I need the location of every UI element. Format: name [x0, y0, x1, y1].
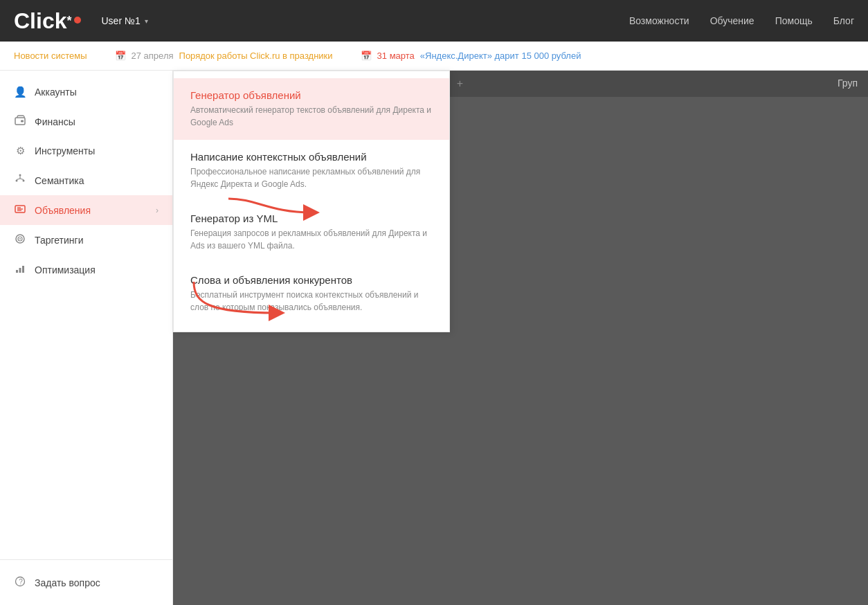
dropdown-item-generator[interactable]: Генератор объявлений Автоматический гене…	[174, 78, 449, 140]
dropdown-desc-3: Бесплатный инструмент поиска контекстных…	[190, 289, 433, 314]
news-label: Новости системы	[14, 51, 87, 61]
question-icon: ?	[14, 576, 26, 589]
news-bar: Новости системы 📅 27 апреля Порядок рабо…	[0, 42, 868, 71]
sidebar-label-tools: Инструменты	[35, 145, 95, 156]
group-label: Груп	[838, 78, 858, 89]
logo-dot	[74, 17, 81, 24]
svg-rect-1	[21, 120, 24, 123]
sidebar-item-semantics[interactable]: Семантика	[0, 165, 172, 195]
sidebar-label-optimization: Оптимизация	[35, 264, 96, 276]
svg-rect-15	[16, 270, 18, 273]
svg-point-4	[23, 180, 25, 182]
sidebar-label-accounts: Аккаунты	[35, 87, 77, 98]
target-icon	[14, 233, 26, 246]
sidebar: 👤 Аккаунты Финансы ⚙ Инструменты	[0, 71, 173, 605]
svg-line-7	[20, 179, 24, 180]
calendar-icon-0: 📅	[115, 51, 126, 61]
dropdown-title-2: Генератор из YML	[190, 213, 433, 224]
sidebar-item-tools[interactable]: ⚙ Инструменты	[0, 136, 172, 165]
gear-icon: ⚙	[14, 145, 26, 157]
svg-line-6	[17, 179, 20, 180]
dropdown-title-0: Генератор объявлений	[190, 89, 433, 101]
sidebar-item-ask-question[interactable]: ? Задать вопрос	[14, 570, 159, 595]
top-nav: Click* User №1 ▾ Возможности Обучение По…	[0, 0, 868, 42]
svg-point-2	[19, 174, 21, 177]
dropdown-desc-0: Автоматический генератор текстов объявле…	[190, 104, 433, 129]
nav-right: Возможности Обучение Помощь Блог	[629, 15, 854, 26]
news-date-0: 27 апреля	[132, 51, 174, 61]
chart-icon	[14, 263, 26, 276]
nav-vozmozhnosti[interactable]: Возможности	[629, 15, 689, 26]
tree-icon	[14, 174, 26, 187]
logo[interactable]: Click*	[14, 8, 81, 34]
dropdown-item-writing[interactable]: Написание контекстных объявлений Професс…	[174, 140, 449, 201]
news-date-1: 31 марта	[377, 51, 415, 61]
dropdown-title-3: Слова и объявления конкурентов	[190, 274, 433, 286]
dropdown-item-competitors[interactable]: Слова и объявления конкурентов Бесплатны…	[174, 263, 449, 325]
logo-text: Click	[14, 8, 66, 34]
nav-pomoshch[interactable]: Помощь	[775, 15, 813, 26]
user-menu[interactable]: User №1 ▾	[102, 15, 148, 26]
news-item-0: 📅 27 апреля Порядок работы Click.ru в пр…	[115, 51, 333, 61]
sidebar-item-optimization[interactable]: Оптимизация	[0, 255, 172, 285]
dropdown-panel: Генератор объявлений Автоматический гене…	[173, 71, 450, 332]
nav-blog[interactable]: Блог	[833, 15, 854, 26]
news-link-1[interactable]: «Яндекс.Директ» дарит 15 000 рублей	[420, 51, 581, 61]
news-link-0[interactable]: Порядок работы Click.ru в праздники	[179, 51, 333, 61]
svg-rect-16	[19, 268, 21, 273]
dropdown-desc-1: Профессиональное написание рекламных объ…	[190, 165, 433, 190]
svg-rect-17	[22, 266, 24, 273]
news-item-1: 📅 31 марта «Яндекс.Директ» дарит 15 000 …	[361, 51, 581, 61]
sidebar-item-accounts[interactable]: 👤 Аккаунты	[0, 78, 172, 107]
sidebar-item-ads[interactable]: Объявления ›	[0, 195, 172, 225]
wallet-icon	[14, 115, 26, 128]
svg-text:?: ?	[19, 578, 23, 586]
nav-obuchenie[interactable]: Обучение	[710, 15, 754, 26]
dropdown-desc-2: Генерация запросов и рекламных объявлени…	[190, 227, 433, 252]
sidebar-item-finances[interactable]: Финансы	[0, 107, 172, 136]
svg-point-3	[16, 180, 18, 182]
user-label: User №1	[102, 15, 141, 26]
sidebar-label-finances: Финансы	[35, 116, 75, 127]
chevron-right-icon: ›	[156, 206, 159, 215]
person-icon: 👤	[14, 86, 26, 98]
sidebar-label-semantics: Семантика	[35, 175, 84, 186]
dropdown-title-1: Написание контекстных объявлений	[190, 151, 433, 163]
calendar-icon-1: 📅	[361, 51, 372, 61]
dropdown-item-yml[interactable]: Генератор из YML Генерация запросов и ре…	[174, 201, 449, 263]
svg-point-14	[19, 238, 21, 240]
user-chevron-down-icon: ▾	[145, 17, 148, 25]
sidebar-item-targetings[interactable]: Таргетинги	[0, 225, 172, 255]
add-tab-button[interactable]: +	[457, 78, 463, 90]
logo-asterisk: *	[66, 14, 71, 28]
ad-icon	[14, 204, 26, 217]
sidebar-label-ads: Объявления	[35, 205, 91, 216]
main-layout: 👤 Аккаунты Финансы ⚙ Инструменты	[0, 71, 868, 605]
sidebar-label-ask: Задать вопрос	[35, 577, 100, 588]
sidebar-label-targetings: Таргетинги	[35, 235, 84, 246]
